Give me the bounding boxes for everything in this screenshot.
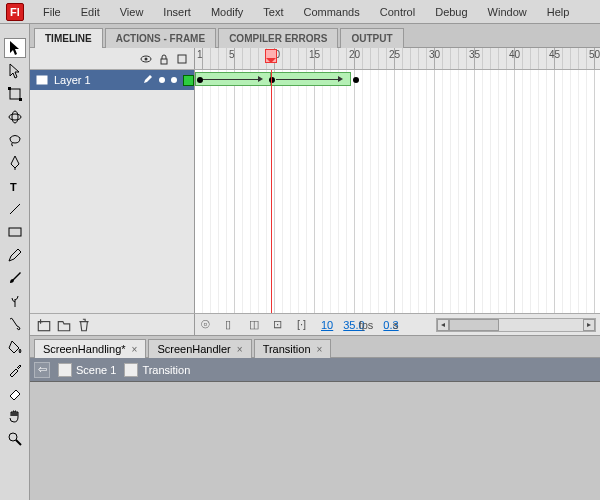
- tween-span[interactable]: [271, 72, 351, 86]
- doc-tab[interactable]: Transition ×: [254, 339, 332, 358]
- new-folder-button[interactable]: [56, 317, 72, 333]
- pencil-icon: [143, 74, 153, 86]
- onion-skin-icon[interactable]: ⦾: [201, 318, 215, 332]
- center-frame-icon[interactable]: ▯: [225, 318, 239, 332]
- onion-outlines-icon[interactable]: ◫: [249, 318, 263, 332]
- tab-compiler-errors[interactable]: COMPILER ERRORS: [218, 28, 338, 48]
- menu-modify[interactable]: Modify: [202, 3, 252, 21]
- lock-dot[interactable]: [171, 77, 177, 83]
- layer-icon: [36, 74, 48, 86]
- svg-rect-1: [8, 87, 11, 90]
- doc-tab-label: Transition: [263, 343, 311, 355]
- menu-edit[interactable]: Edit: [72, 3, 109, 21]
- keyframe[interactable]: [353, 77, 359, 83]
- current-frame[interactable]: 10: [321, 319, 333, 331]
- pencil-tool[interactable]: [4, 245, 26, 265]
- tools-panel: T: [0, 24, 30, 500]
- delete-layer-button[interactable]: [76, 317, 92, 333]
- menu-control[interactable]: Control: [371, 3, 424, 21]
- lock-icon[interactable]: [158, 53, 170, 65]
- svg-rect-7: [9, 228, 21, 236]
- deco-tool[interactable]: [4, 291, 26, 311]
- timeline-ruler[interactable]: 15101520253035404550: [195, 48, 600, 69]
- scroll-right-button[interactable]: ▸: [583, 319, 595, 331]
- app-icon: Fl: [6, 3, 24, 21]
- close-icon[interactable]: ×: [132, 344, 138, 355]
- keyframe[interactable]: [269, 77, 275, 83]
- keyframe[interactable]: [197, 77, 203, 83]
- menu-window[interactable]: Window: [479, 3, 536, 21]
- subselection-tool[interactable]: [4, 61, 26, 81]
- menu-text[interactable]: Text: [254, 3, 292, 21]
- frames-area[interactable]: [195, 70, 600, 313]
- menu-file[interactable]: File: [34, 3, 70, 21]
- doc-tab-label: ScreenHandling*: [43, 343, 126, 355]
- symbol-label: Transition: [142, 364, 190, 376]
- text-tool[interactable]: T: [4, 176, 26, 196]
- layer-name: Layer 1: [54, 74, 137, 86]
- close-icon[interactable]: ×: [237, 344, 243, 355]
- line-tool[interactable]: [4, 199, 26, 219]
- svg-rect-13: [178, 55, 186, 63]
- eye-icon[interactable]: [140, 53, 152, 65]
- paint-bucket-tool[interactable]: [4, 337, 26, 357]
- menu-view[interactable]: View: [111, 3, 153, 21]
- loop-icon[interactable]: [·]: [297, 318, 311, 332]
- scroll-thumb[interactable]: [449, 319, 499, 331]
- outline-icon[interactable]: [176, 53, 188, 65]
- svg-rect-12: [161, 59, 167, 64]
- hand-tool[interactable]: [4, 406, 26, 426]
- svg-point-3: [9, 114, 21, 120]
- svg-rect-0: [10, 89, 20, 99]
- scene-icon: [58, 363, 72, 377]
- menu-debug[interactable]: Debug: [426, 3, 476, 21]
- brush-tool[interactable]: [4, 268, 26, 288]
- document-tabs: ScreenHandling* × ScreenHandler × Transi…: [30, 336, 600, 358]
- scroll-left-button[interactable]: ◂: [437, 319, 449, 331]
- breadcrumb-symbol[interactable]: Transition: [124, 363, 190, 377]
- eyedropper-tool[interactable]: [4, 360, 26, 380]
- back-button[interactable]: ⇦: [34, 362, 50, 378]
- bone-tool[interactable]: [4, 314, 26, 334]
- playhead-line: [271, 70, 272, 313]
- doc-tab-label: ScreenHandler: [157, 343, 230, 355]
- layer-row[interactable]: Layer 1: [30, 70, 194, 90]
- rectangle-tool[interactable]: [4, 222, 26, 242]
- tab-output[interactable]: OUTPUT: [340, 28, 403, 48]
- free-transform-tool[interactable]: [4, 84, 26, 104]
- outline-color-swatch[interactable]: [183, 75, 194, 86]
- pen-tool[interactable]: [4, 153, 26, 173]
- menu-help[interactable]: Help: [538, 3, 579, 21]
- stage-area[interactable]: [30, 382, 600, 500]
- menu-commands[interactable]: Commands: [294, 3, 368, 21]
- doc-tab[interactable]: ScreenHandler ×: [148, 339, 251, 358]
- lasso-tool[interactable]: [4, 130, 26, 150]
- svg-rect-2: [19, 98, 22, 101]
- zoom-tool[interactable]: [4, 429, 26, 449]
- menu-insert[interactable]: Insert: [154, 3, 200, 21]
- timeline-scrollbar[interactable]: ◂ ▸: [436, 318, 596, 332]
- svg-point-4: [12, 111, 18, 123]
- fps-label: fps: [359, 319, 374, 331]
- svg-point-11: [145, 57, 148, 60]
- visibility-dot[interactable]: [159, 77, 165, 83]
- close-icon[interactable]: ×: [317, 344, 323, 355]
- timeline-panel: 15101520253035404550 Layer 1: [30, 48, 600, 336]
- svg-line-6: [10, 204, 20, 214]
- tween-span[interactable]: [195, 72, 271, 86]
- menu-bar: Fl File Edit View Insert Modify Text Com…: [0, 0, 600, 24]
- breadcrumb-scene[interactable]: Scene 1: [58, 363, 116, 377]
- 3d-rotation-tool[interactable]: [4, 107, 26, 127]
- svg-rect-14: [37, 76, 47, 84]
- new-layer-button[interactable]: [36, 317, 52, 333]
- playhead[interactable]: [265, 49, 277, 63]
- selection-tool[interactable]: [4, 38, 26, 58]
- layer-list: Layer 1: [30, 70, 195, 313]
- doc-tab[interactable]: ScreenHandling* ×: [34, 339, 146, 358]
- eraser-tool[interactable]: [4, 383, 26, 403]
- tab-actions[interactable]: ACTIONS - FRAME: [105, 28, 216, 48]
- edit-multiple-icon[interactable]: ⊡: [273, 318, 287, 332]
- svg-text:T: T: [10, 181, 17, 193]
- seconds-label: s: [393, 319, 399, 331]
- tab-timeline[interactable]: TIMELINE: [34, 28, 103, 48]
